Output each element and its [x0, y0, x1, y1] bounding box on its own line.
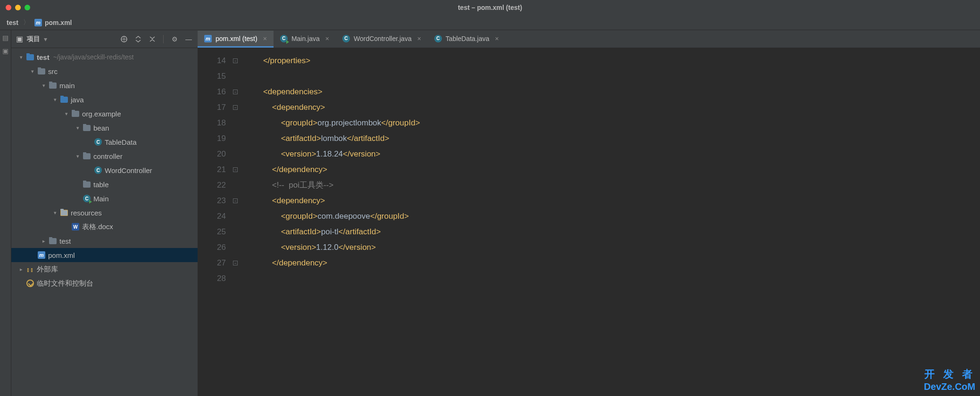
package-icon	[83, 153, 91, 159]
package-icon	[72, 111, 79, 117]
close-tab-icon[interactable]: ×	[495, 35, 498, 42]
runnable-class-icon: C	[83, 195, 91, 202]
line-numbers: 141516171819202122232425262728	[198, 48, 231, 396]
tab-label: WordController.java	[354, 35, 412, 42]
tree-main[interactable]: ▾main	[11, 78, 198, 92]
editor-tabs: mpom.xml (test)×CMain.java×CWordControll…	[198, 30, 980, 48]
close-tab-icon[interactable]: ×	[263, 35, 267, 42]
left-gutter: ▤ ▣	[0, 30, 11, 396]
project-sidebar: ▣ 项目 ▾ ⚙ — ▾test~/java/java/seckill-redi…	[11, 30, 198, 396]
tree-scratches[interactable]: 临时文件和控制台	[11, 276, 198, 290]
tree-pom[interactable]: mpom.xml	[11, 248, 198, 262]
tree-docx[interactable]: W表格.docx	[11, 220, 198, 234]
expand-all-icon[interactable]	[134, 35, 142, 43]
tree-package[interactable]: ▾org.example	[11, 107, 198, 121]
word-file-icon: W	[72, 223, 79, 231]
maven-icon: m	[204, 35, 212, 42]
folder-icon	[38, 68, 45, 74]
collapse-all-icon[interactable]	[148, 35, 157, 43]
sidebar-toolbar: ▣ 项目 ▾ ⚙ —	[11, 30, 198, 48]
package-icon	[83, 125, 91, 131]
tab-label: Main.java	[291, 35, 320, 42]
breadcrumb-separator-icon: 〉	[23, 18, 30, 27]
folder-icon	[49, 238, 57, 244]
close-tab-icon[interactable]: ×	[325, 35, 329, 42]
maven-icon: m	[34, 19, 42, 26]
editor: mpom.xml (test)×CMain.java×CWordControll…	[198, 30, 980, 396]
maven-icon: m	[38, 251, 45, 259]
class-icon: C	[94, 138, 102, 146]
tree-java[interactable]: ▾java	[11, 92, 198, 107]
tree-controller[interactable]: ▾controller	[11, 149, 198, 163]
tab-main-java[interactable]: CMain.java×	[274, 31, 336, 48]
breadcrumb: test 〉 m pom.xml	[0, 15, 980, 30]
close-window-button[interactable]	[6, 5, 11, 10]
tab-label: pom.xml (test)	[216, 35, 257, 42]
structure-tool-icon[interactable]: ▤	[2, 34, 9, 41]
tab-wordcontroller-java[interactable]: CWordController.java×	[336, 31, 428, 48]
chevron-down-icon[interactable]: ▾	[44, 35, 47, 43]
module-icon	[26, 54, 34, 60]
tree-wordcontroller[interactable]: CWordController	[11, 163, 198, 177]
code-content[interactable]: </properties> <dependencies> <dependency…	[240, 48, 420, 396]
tree-tabledata[interactable]: CTableData	[11, 135, 198, 149]
close-tab-icon[interactable]: ×	[417, 35, 421, 42]
tree-root[interactable]: ▾test~/java/java/seckill-redis/test	[11, 50, 198, 64]
source-folder-icon	[60, 97, 68, 103]
runnable-class-icon: C	[280, 35, 288, 42]
tab-label: TableData.java	[446, 35, 490, 42]
project-label[interactable]: 项目	[27, 35, 40, 43]
tab-pom-xml-test-[interactable]: mpom.xml (test)×	[198, 31, 274, 48]
tree-external-libs[interactable]: ▸⫾⫾外部库	[11, 262, 198, 276]
project-view-icon[interactable]: ▣	[16, 34, 23, 43]
breadcrumb-file[interactable]: m pom.xml	[34, 19, 72, 26]
hide-icon[interactable]: —	[184, 35, 193, 43]
window-title: test – pom.xml (test)	[458, 4, 522, 11]
tab-tabledata-java[interactable]: CTableData.java×	[428, 31, 506, 48]
project-tree[interactable]: ▾test~/java/java/seckill-redis/test ▾src…	[11, 48, 198, 396]
class-icon: C	[94, 166, 102, 174]
package-icon	[83, 182, 91, 188]
tree-table[interactable]: table	[11, 177, 198, 191]
tree-src[interactable]: ▾src	[11, 64, 198, 78]
tree-test[interactable]: ▸test	[11, 234, 198, 248]
minimize-window-button[interactable]	[15, 5, 21, 10]
library-icon: ⫾⫾	[25, 265, 35, 273]
class-icon: C	[434, 35, 442, 42]
maximize-window-button[interactable]	[25, 5, 30, 10]
project-tool-icon[interactable]: ▣	[2, 47, 9, 55]
tree-bean[interactable]: ▾bean	[11, 121, 198, 135]
code-area[interactable]: 141516171819202122232425262728 </propert…	[198, 48, 980, 396]
scratch-icon	[26, 280, 34, 287]
fold-gutter[interactable]	[231, 48, 240, 396]
gear-icon[interactable]: ⚙	[170, 35, 179, 43]
tree-resources[interactable]: ▾resources	[11, 206, 198, 220]
select-opened-file-icon[interactable]	[120, 35, 128, 43]
folder-icon	[49, 82, 57, 89]
class-icon: C	[342, 35, 350, 42]
titlebar: test – pom.xml (test)	[0, 0, 980, 15]
breadcrumb-file-label: pom.xml	[45, 19, 72, 26]
resources-folder-icon	[60, 210, 68, 216]
breadcrumb-root[interactable]: test	[7, 19, 18, 26]
tree-mainclass[interactable]: CMain	[11, 191, 198, 206]
